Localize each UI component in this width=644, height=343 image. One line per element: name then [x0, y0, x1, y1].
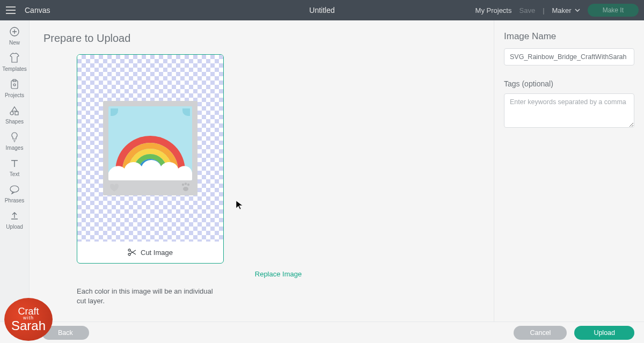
sidebar-item-templates[interactable]: Templates [0, 52, 30, 72]
sidebar-item-label: Shapes [5, 119, 24, 125]
tshirt-icon [9, 53, 20, 63]
sidebar-item-shapes[interactable]: Shapes [0, 105, 30, 125]
canvas-label: Canvas [25, 6, 50, 14]
replace-image-link[interactable]: Replace Image [77, 270, 480, 278]
prepare-upload-panel: Prepare to Upload [30, 20, 494, 322]
save-button: Save [519, 6, 535, 14]
uploaded-image-preview [103, 101, 197, 195]
image-name-input[interactable] [504, 48, 634, 65]
my-projects-link[interactable]: My Projects [475, 6, 512, 14]
sidebar-item-label: Upload [6, 224, 23, 230]
sidebar-item-upload[interactable]: Upload [0, 210, 30, 230]
svg-point-7 [182, 184, 184, 186]
hamburger-icon [6, 6, 16, 14]
chevron-down-icon [575, 9, 580, 12]
upload-icon [10, 211, 19, 221]
scissors-icon [128, 249, 136, 256]
cut-image-label: Cut Image [141, 249, 173, 257]
cancel-button[interactable]: Cancel [514, 326, 567, 340]
menu-button[interactable] [0, 6, 21, 14]
machine-selector[interactable]: Maker [552, 6, 580, 14]
sidebar-item-images[interactable]: Images [0, 131, 30, 151]
sidebar-item-label: Phrases [5, 198, 25, 203]
layer-hint-text: Each color in this image will be an indi… [77, 287, 224, 306]
svg-rect-5 [15, 112, 18, 115]
metadata-panel: Image Name Tags (optional) [494, 20, 644, 322]
tags-label: Tags (optional) [504, 79, 634, 88]
image-name-heading: Image Name [504, 31, 634, 42]
document-title: Untitled [309, 6, 334, 14]
machine-selector-label: Maker [552, 6, 572, 14]
sidebar-item-new[interactable]: New [0, 26, 30, 46]
svg-point-6 [10, 186, 19, 192]
tags-input[interactable] [504, 93, 634, 128]
svg-point-3 [13, 84, 16, 86]
page-heading: Prepare to Upload [43, 32, 480, 45]
text-icon [10, 158, 19, 168]
upload-button[interactable]: Upload [574, 326, 634, 340]
transparency-checker [77, 55, 223, 242]
sidebar-item-projects[interactable]: Projects [0, 78, 30, 98]
left-sidebar: New Templates Projects Shapes Images Tex… [0, 20, 30, 322]
svg-point-9 [187, 184, 189, 186]
svg-point-10 [183, 187, 188, 191]
speech-bubble-icon [9, 185, 20, 194]
svg-point-8 [185, 183, 187, 185]
sidebar-item-label: Images [6, 145, 24, 151]
separator: | [543, 6, 544, 14]
paw-icon [180, 183, 191, 192]
cut-image-row: Cut Image [77, 242, 223, 263]
upload-preview-card[interactable]: Cut Image [77, 54, 224, 264]
shapes-icon [9, 106, 20, 115]
top-bar: Canvas Untitled My Projects Save | Maker… [0, 0, 644, 20]
make-it-button: Make It [588, 4, 639, 17]
svg-point-4 [10, 112, 13, 115]
lightbulb-icon [10, 132, 19, 142]
clipboard-icon [10, 79, 19, 90]
back-button[interactable]: Back [42, 326, 89, 340]
sidebar-item-label: Projects [5, 92, 24, 98]
sidebar-item-label: Text [10, 171, 19, 177]
sidebar-item-label: New [9, 40, 20, 46]
sidebar-item-phrases[interactable]: Phrases [0, 184, 30, 203]
plus-circle-icon [9, 26, 20, 37]
sidebar-item-label: Templates [2, 66, 27, 72]
heart-icon [109, 184, 119, 192]
sidebar-item-text[interactable]: Text [0, 157, 30, 177]
footer-bar: Back Cancel Upload [0, 322, 644, 343]
